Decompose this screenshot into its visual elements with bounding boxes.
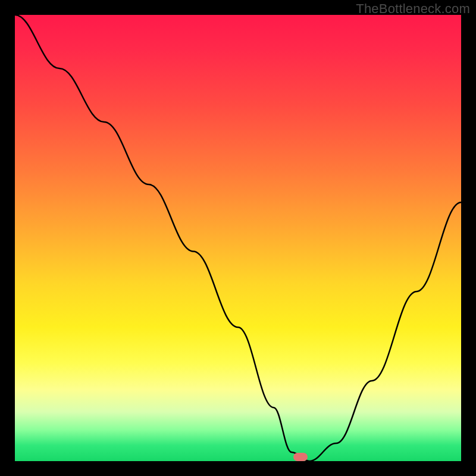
chart-frame: TheBottleneck.com [0,0,476,476]
bottleneck-curve [15,15,461,461]
plot-area [15,15,461,461]
optimal-point-marker [293,453,308,461]
